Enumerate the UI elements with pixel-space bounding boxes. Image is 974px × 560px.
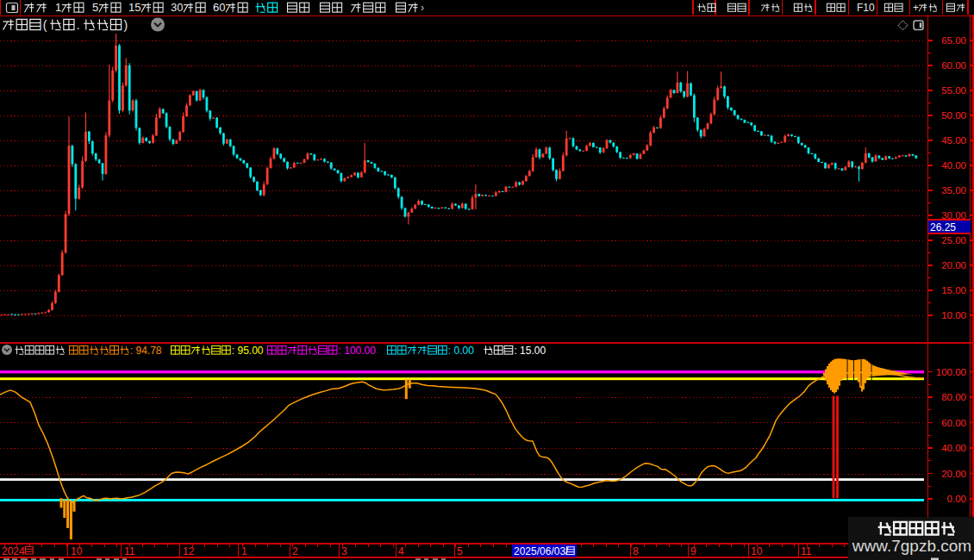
svg-text:1: 1 [55, 1, 61, 14]
svg-text:2: 2 [292, 545, 298, 557]
svg-text:30.00: 30.00 [941, 210, 966, 221]
svg-text:www.7gpzb.com: www.7gpzb.com [852, 537, 971, 555]
svg-text:3: 3 [341, 545, 347, 557]
svg-text:): ) [123, 18, 128, 32]
svg-text:5: 5 [457, 545, 463, 557]
svg-text:: 94.78: : 94.78 [130, 345, 162, 357]
svg-text:80.00: 80.00 [941, 392, 966, 402]
svg-text:20.00: 20.00 [941, 260, 966, 271]
svg-text:0.00: 0.00 [947, 494, 966, 504]
svg-text:11: 11 [801, 545, 812, 557]
svg-text:10: 10 [71, 545, 83, 557]
svg-text:(: ( [43, 18, 47, 32]
svg-text:: 15.00: : 15.00 [514, 345, 546, 357]
svg-text:60.00: 60.00 [941, 418, 966, 428]
svg-text:.: . [77, 18, 80, 32]
svg-text:+: + [913, 2, 919, 14]
svg-text:100.00: 100.00 [936, 367, 966, 377]
svg-text:35.00: 35.00 [941, 185, 966, 196]
svg-text:9: 9 [690, 545, 696, 557]
svg-text:8: 8 [633, 545, 639, 557]
svg-text:›: › [421, 2, 424, 14]
svg-text:45.00: 45.00 [941, 135, 966, 146]
svg-text:55.00: 55.00 [941, 85, 966, 96]
svg-text:10: 10 [751, 545, 763, 557]
svg-text:30: 30 [171, 1, 183, 14]
svg-text:5: 5 [92, 1, 98, 14]
svg-text:15: 15 [128, 1, 140, 14]
svg-text:F10: F10 [857, 2, 875, 14]
svg-text:15.00: 15.00 [941, 285, 966, 296]
svg-text:60: 60 [213, 1, 225, 14]
svg-text:50.00: 50.00 [941, 110, 966, 121]
svg-text:2025/06/03/: 2025/06/03/ [514, 545, 569, 557]
svg-text:25.00: 25.00 [941, 235, 966, 246]
svg-text:65.00: 65.00 [941, 35, 966, 46]
svg-text:11: 11 [124, 545, 135, 557]
svg-text:2024: 2024 [2, 545, 25, 557]
svg-text:40.00: 40.00 [941, 443, 966, 453]
svg-text:10.00: 10.00 [941, 310, 966, 320]
svg-text:40.00: 40.00 [941, 160, 966, 171]
svg-text:1: 1 [241, 545, 247, 557]
svg-text:26.25: 26.25 [930, 221, 956, 233]
svg-text:4: 4 [398, 545, 404, 557]
svg-text:12: 12 [183, 545, 195, 557]
svg-text:: 95.00: : 95.00 [232, 345, 264, 357]
svg-text:60.00: 60.00 [941, 60, 966, 71]
svg-text:: 100.00: : 100.00 [339, 345, 377, 357]
svg-text:: 0.00: : 0.00 [448, 345, 474, 357]
svg-text:20.00: 20.00 [941, 469, 966, 479]
